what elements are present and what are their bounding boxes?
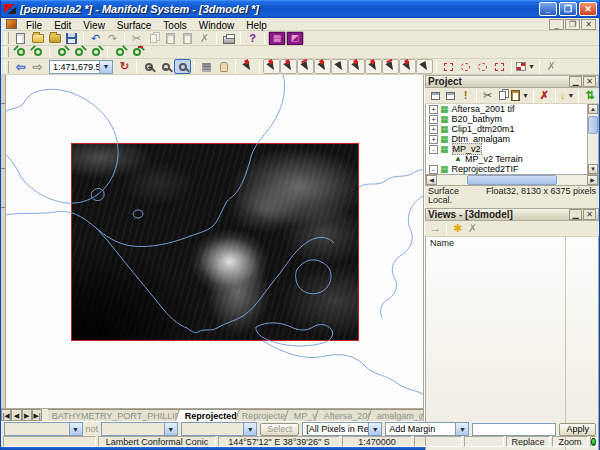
collapse-icon[interactable]: - xyxy=(429,165,438,174)
prev-tab-button[interactable]: ◀ xyxy=(11,409,21,421)
project-tree[interactable]: ▲ ▼ +▦Aftersa_2001 tif+▦B20_bathym+▦Clip… xyxy=(425,104,599,175)
window-tab[interactable]: amalgam_of_3 xyxy=(367,409,423,421)
minimize-button[interactable]: _ xyxy=(539,2,557,16)
open-project-button[interactable] xyxy=(29,31,46,45)
panes-button-1[interactable] xyxy=(428,89,443,103)
scroll-right-icon[interactable]: ▶ xyxy=(587,175,598,185)
window-tab[interactable]: ReprojectedTIF xyxy=(233,409,293,421)
green-tool-button-6[interactable] xyxy=(111,45,128,59)
chevron-down-icon[interactable]: ▼ xyxy=(567,92,574,99)
expand-icon[interactable]: + xyxy=(429,105,438,114)
project-tree-horizontal-scrollbar[interactable]: ◀ ▶ xyxy=(425,175,599,186)
restore-button[interactable]: ❐ xyxy=(559,2,577,16)
help-button[interactable]: ? xyxy=(244,31,261,45)
print-button[interactable] xyxy=(220,31,237,45)
select-lasso-button[interactable] xyxy=(474,59,491,74)
project-tree-vertical-scrollbar[interactable]: ▲ ▼ xyxy=(587,104,598,174)
zoom-out-button[interactable]: - xyxy=(157,59,174,74)
zoom-in-button[interactable]: + xyxy=(140,59,157,74)
margin-combo[interactable]: Add Margin ▼ xyxy=(385,422,469,436)
touch-select-button[interactable] xyxy=(239,59,256,74)
apply-view-button[interactable]: → xyxy=(428,222,443,236)
select-pointer-button-8[interactable] xyxy=(382,59,399,74)
first-tab-button[interactable]: |◀ xyxy=(1,409,11,421)
document-icon[interactable] xyxy=(6,19,17,29)
select-pointer-button-3[interactable] xyxy=(297,59,314,74)
project-paste-button[interactable]: ▼ xyxy=(510,89,530,103)
chevron-down-icon[interactable]: ▼ xyxy=(99,61,112,73)
project-delete-button[interactable]: ✗ xyxy=(537,89,552,103)
panes-button-2[interactable] xyxy=(443,89,458,103)
project-tree-item[interactable]: -▦Reprojected2TIF xyxy=(426,164,598,174)
window-tab[interactable]: Reprojected2TIF xyxy=(175,409,240,421)
expand-icon[interactable]: + xyxy=(429,125,438,134)
3d-tool-button-1[interactable]: ▦ xyxy=(268,31,286,45)
views-close-button[interactable]: ✕ xyxy=(583,209,596,220)
select-pointer-button-5[interactable] xyxy=(331,59,348,74)
green-tool-button-3[interactable] xyxy=(53,45,70,59)
select-pointer-button-4[interactable] xyxy=(314,59,331,74)
menu-item-help[interactable]: Help xyxy=(240,20,273,31)
menu-item-surface[interactable]: Surface xyxy=(111,20,157,31)
scroll-down-icon[interactable]: ▼ xyxy=(588,164,598,174)
views-minimize-button[interactable]: ▁ xyxy=(569,209,582,220)
chevron-down-icon[interactable]: ▼ xyxy=(522,92,529,99)
save-button[interactable] xyxy=(63,31,80,45)
undo-button[interactable]: ↶ xyxy=(87,31,104,45)
menu-item-view[interactable]: View xyxy=(77,20,111,31)
window-tab[interactable]: Aftersa_2001 tif xyxy=(314,409,374,421)
select-pointer-button-2[interactable] xyxy=(280,59,297,74)
3d-tool-button-2[interactable]: ◩ xyxy=(286,31,304,45)
invert-selection-button[interactable]: ▼ xyxy=(515,59,536,74)
green-tool-button-5[interactable] xyxy=(87,45,104,59)
pan-button[interactable] xyxy=(215,59,232,74)
mdi-close-button[interactable]: ✕ xyxy=(581,19,596,30)
project-close-button[interactable]: ✕ xyxy=(583,76,596,87)
select-pointer-button-1[interactable] xyxy=(263,59,280,74)
project-tree-item[interactable]: -▦MP_v2 xyxy=(426,144,598,154)
new-document-button[interactable] xyxy=(12,31,29,45)
green-tool-button-7[interactable] xyxy=(128,45,145,59)
pixels-scope-combo[interactable]: [All Pixels in Reprojected2 ▼ xyxy=(302,422,382,436)
chevron-down-icon[interactable]: ▼ xyxy=(528,63,535,70)
select-box-button[interactable] xyxy=(440,59,457,74)
last-tab-button[interactable]: ▶| xyxy=(32,409,42,421)
select-pointer-button-6[interactable] xyxy=(348,59,365,74)
close-button[interactable]: ✕ xyxy=(579,2,597,16)
green-tool-button-2[interactable] xyxy=(29,45,46,59)
menu-item-file[interactable]: File xyxy=(20,20,48,31)
green-tool-button-1[interactable] xyxy=(12,45,29,59)
scale-combo[interactable]: 1:471,679.53 ▼ xyxy=(49,60,113,74)
import-button[interactable] xyxy=(46,31,63,45)
project-tree-item[interactable]: +▦Clip1_dtm20m1 xyxy=(426,124,598,134)
collapse-icon[interactable]: - xyxy=(429,145,438,154)
menu-item-tools[interactable]: Tools xyxy=(157,20,192,31)
select-circle-button[interactable] xyxy=(457,59,474,74)
scrollbar-thumb[interactable] xyxy=(467,175,557,185)
views-list[interactable]: Name 100k100k2125k150k150k290k80k75k75k2… xyxy=(425,237,599,450)
expand-icon[interactable]: + xyxy=(429,115,438,124)
toolbar-grip[interactable] xyxy=(5,47,9,57)
mdi-restore-button[interactable]: ❐ xyxy=(565,19,580,30)
project-tree-item[interactable]: ▲MP_v2 Terrain xyxy=(426,154,598,164)
back-button[interactable]: ⇦ xyxy=(12,59,29,74)
expand-icon[interactable]: + xyxy=(429,135,438,144)
zoom-box-button[interactable] xyxy=(174,59,191,74)
new-view-button[interactable]: ✱ xyxy=(450,222,465,236)
menu-item-window[interactable]: Window xyxy=(193,20,241,31)
scroll-left-icon[interactable]: ◀ xyxy=(426,175,437,185)
scrollbar-thumb[interactable] xyxy=(588,116,598,134)
project-copy-button[interactable] xyxy=(495,89,510,103)
mdi-minimize-button[interactable]: _ xyxy=(549,19,564,30)
select-pointer-button-10[interactable] xyxy=(416,59,433,74)
locate-button[interactable]: ↓▼ xyxy=(559,89,575,103)
project-tree-item[interactable]: +▦Aftersa_2001 tif xyxy=(426,104,598,114)
zoom-to-fit-button[interactable]: ↻ xyxy=(116,59,133,74)
tiles-button[interactable]: ▦ xyxy=(198,59,215,74)
select-pointer-button-9[interactable] xyxy=(399,59,416,74)
project-minimize-button[interactable]: ▁ xyxy=(569,76,582,87)
map-view[interactable] xyxy=(1,75,423,408)
window-tab[interactable]: BATHYMETRY_PORT_PHILLIP_ARC Drawing xyxy=(48,409,183,421)
properties-button[interactable]: ! xyxy=(458,89,473,103)
margin-value-input[interactable] xyxy=(472,423,556,436)
